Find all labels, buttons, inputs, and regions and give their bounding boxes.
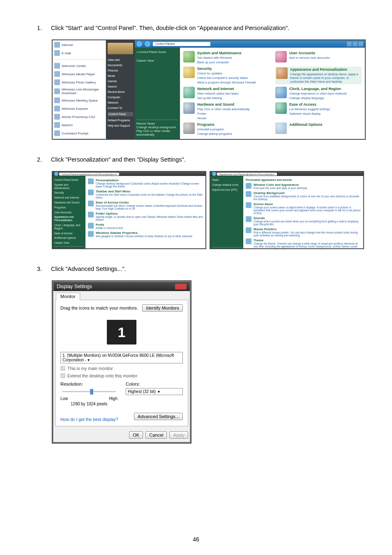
item-mouse[interactable]: Mouse PointersPick a different mouse poi…	[246, 227, 361, 237]
start-recent-item[interactable]: Windows Media Player	[54, 71, 104, 77]
colors-select[interactable]: Highest (32 bit) ▾	[126, 388, 183, 395]
maximize-icon[interactable]	[353, 42, 357, 46]
resolution-label: Resolution:	[60, 382, 118, 386]
cp-home-link[interactable]: • Control Panel Home	[136, 50, 178, 54]
cat-hardware[interactable]: Hardware and SoundPlay CDs or other medi…	[183, 102, 270, 120]
breadcrumb[interactable]: Appearance and Personalization ▸ Persona…	[217, 173, 277, 176]
sidebar-icon	[88, 231, 94, 237]
sidebar-item[interactable]: Control Panel Home	[54, 178, 84, 182]
start-recent-item[interactable]: Windows Photo Gallery	[54, 79, 104, 85]
clock-icon	[275, 87, 287, 98]
recent-task[interactable]: Play CDs or other media	[136, 129, 178, 133]
nav-back-icon[interactable]	[54, 172, 58, 176]
item-window-color[interactable]: Window Color and AppearanceFine tune the…	[246, 183, 361, 190]
cat-system[interactable]: System and MaintenanceGet started with W…	[183, 51, 270, 64]
sidebar-item[interactable]: Hardware and Sound	[54, 201, 84, 204]
task-personalization[interactable]: PersonalizationChange desktop background…	[88, 178, 203, 188]
start-games[interactable]: Games	[108, 80, 133, 83]
display-device-select[interactable]: 1. (Multiple Monitors) on NVIDIA GeForce…	[60, 352, 183, 363]
extend-desktop-checkbox: Extend the desktop onto this monitor	[60, 373, 183, 378]
adjust-dpi-link[interactable]: Adjust font size (DPI)	[212, 188, 242, 192]
item-screensaver[interactable]: Screen SaverChange your screen saver or …	[246, 202, 361, 215]
identify-monitors-button[interactable]: Identify Monitors	[142, 304, 183, 312]
system-icon	[183, 51, 195, 62]
start-help[interactable]: Help and Support	[108, 124, 133, 127]
sidebar-item[interactable]: User Accounts	[54, 211, 84, 214]
sidebar-item[interactable]: Clock, Language, and Region	[54, 224, 84, 230]
item-theme[interactable]: ThemeChange the theme. Themes can change…	[246, 238, 361, 249]
cat-security[interactable]: SecurityCheck for updatesCheck this comp…	[183, 67, 270, 84]
sidebar-item[interactable]: System and Maintenance	[54, 183, 84, 190]
start-recent-item[interactable]: NetsOn	[54, 122, 104, 128]
help-link[interactable]: How do I get the best display?	[60, 417, 118, 422]
close-icon[interactable]	[175, 284, 187, 289]
step-3-text: Click "Advanced Settings...".	[51, 266, 355, 272]
user-picture	[108, 43, 133, 54]
task-taskbar[interactable]: Taskbar and Start MenuCustomize the Star…	[88, 190, 203, 199]
start-recent-item[interactable]: Windows Live Messenger Download	[54, 88, 104, 95]
start-recent-item[interactable]: Welcome Center	[54, 63, 104, 69]
start-recent-item[interactable]: Windows Meeting Space	[54, 97, 104, 103]
dp-heading: Personalize appearance and sounds	[246, 178, 361, 181]
cancel-button[interactable]: Cancel	[145, 431, 167, 439]
apply-button[interactable]: Apply	[169, 431, 188, 439]
cat-ease-of-access[interactable]: Ease of AccessLet Windows suggest settin…	[275, 102, 362, 120]
cat-clock[interactable]: Clock, Language, and RegionChange keyboa…	[275, 87, 362, 100]
task-ease[interactable]: Ease of Access CenterAccommodate low vis…	[88, 201, 203, 210]
start-recent-item[interactable]: Windows Explorer	[54, 106, 104, 111]
task-fonts[interactable]: FontsInstall or remove a font	[88, 223, 203, 229]
task-sidebar[interactable]: Windows Sidebar PropertiesAdd gadgets to…	[88, 231, 203, 238]
start-search[interactable]: Search	[108, 85, 133, 88]
step-2-text: Click "Personalization" and then "Displa…	[51, 156, 355, 163]
start-recent-items[interactable]: Recent Items	[108, 90, 133, 93]
cat-appearance[interactable]: Appearance and PersonalizationChange the…	[275, 67, 362, 84]
cat-user-accounts[interactable]: User AccountsAdd or remove user accounts	[275, 51, 362, 64]
resolution-slider[interactable]	[60, 388, 118, 395]
cat-additional[interactable]: Additional Options	[275, 123, 362, 136]
nav-back-icon[interactable]	[136, 41, 142, 47]
nav-forward-icon[interactable]	[145, 41, 150, 47]
cp-classic-link[interactable]: Classic View	[136, 59, 178, 62]
sidebar-item[interactable]: Network and Internet	[54, 196, 84, 199]
sidebar-item[interactable]: Classic View	[54, 241, 84, 245]
start-recent-item[interactable]: Adobe Photoshop CS2	[54, 114, 104, 120]
start-internet[interactable]: Internet	[54, 42, 104, 48]
start-music[interactable]: Music	[108, 74, 133, 77]
ap-sidebar: Control Panel Home System and Maintenanc…	[53, 176, 85, 249]
all-programs[interactable]: ▸All Programs	[54, 139, 104, 139]
start-pictures[interactable]: Pictures	[108, 69, 133, 72]
cat-network[interactable]: Network and InternetView network status …	[183, 87, 270, 100]
sidebar-item[interactable]: Security	[54, 191, 84, 194]
advanced-settings-button[interactable]: Advanced Settings...	[134, 413, 183, 420]
start-recent-item[interactable]: Command Prompt	[54, 130, 104, 136]
sidebar-item[interactable]: Programs	[54, 206, 84, 209]
item-sounds[interactable]: SoundsChange which sounds are heard when…	[246, 216, 361, 226]
nav-back-icon[interactable]	[212, 172, 216, 176]
change-icons-link[interactable]: Change desktop icons	[212, 183, 242, 187]
breadcrumb[interactable]: Control Panel ▸	[153, 42, 210, 46]
close-icon[interactable]	[358, 42, 363, 46]
ok-button[interactable]: OK	[129, 431, 143, 439]
cat-programs[interactable]: ProgramsUninstall a programChange startu…	[183, 123, 270, 136]
res-high: High	[109, 396, 118, 401]
start-computer[interactable]: Computer	[108, 96, 133, 99]
item-desktop-bg[interactable]: Desktop BackgroundChoose from available …	[246, 191, 361, 201]
start-documents[interactable]: Documents	[108, 64, 133, 67]
start-network[interactable]: Network	[108, 101, 133, 104]
breadcrumb[interactable]: Control Panel ▸ Appearance and Personali…	[59, 173, 119, 176]
recent-task[interactable]: Change desktop background	[136, 125, 178, 129]
task-folder[interactable]: Folder OptionsSpecify single- or double-…	[88, 212, 203, 221]
fonts-icon	[88, 223, 94, 229]
start-control-panel[interactable]: Control Panel	[108, 112, 133, 116]
minimize-icon[interactable]	[347, 42, 352, 46]
start-default-programs[interactable]: Default Programs	[108, 119, 133, 122]
monitor-icon[interactable]: 1	[107, 320, 136, 345]
sidebar-item-active[interactable]: Appearance and Personalization	[54, 215, 84, 222]
monitor-preview[interactable]: 1	[60, 315, 183, 352]
tab-monitor[interactable]: Monitor	[56, 293, 80, 300]
start-connect-to[interactable]: Connect To	[108, 106, 133, 109]
recent-task[interactable]: automatically	[136, 133, 178, 136]
sidebar-item[interactable]: Additional Options	[54, 236, 84, 240]
start-email[interactable]: E-mail	[54, 50, 104, 56]
sidebar-item[interactable]: Ease of Access	[54, 232, 84, 235]
